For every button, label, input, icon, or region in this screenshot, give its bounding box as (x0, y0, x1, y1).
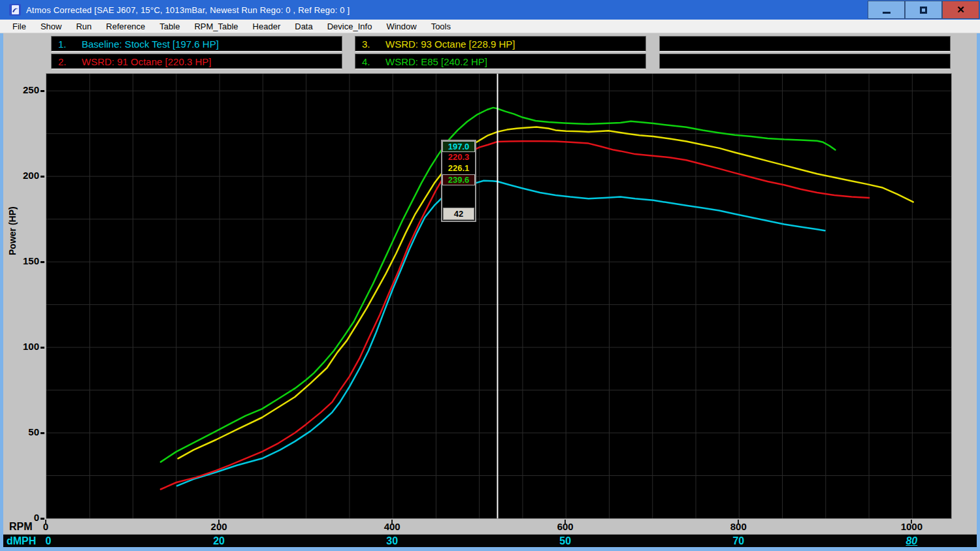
app-window: Atmos Corrected [SAE J607, 15°C, 1013mBa… (0, 0, 980, 551)
power-curve-wsrd-93-octane (178, 127, 913, 459)
legend-run-number: 2. (58, 56, 82, 67)
readout-spacer (442, 185, 475, 207)
y-tick-label: 50 (3, 426, 44, 438)
dmph-tick-label: 20 (199, 535, 238, 547)
legend-empty-2[interactable] (659, 54, 951, 69)
legend-run-label: WSRD: 93 Octane [228.9 HP] (385, 39, 515, 50)
dmph-tick-label: 50 (546, 535, 585, 547)
readout-value-run-4: 239.6 (442, 174, 475, 185)
legend-run-label: WSRD: E85 [240.2 HP] (385, 56, 487, 67)
minimize-button[interactable] (868, 1, 905, 19)
legend-run-4[interactable]: 4.WSRD: E85 [240.2 HP] (355, 54, 646, 69)
cursor-sample-value: 42 (443, 208, 474, 220)
legend-run-2[interactable]: 2.WSRD: 91 Octane [220.3 HP] (51, 54, 342, 69)
x-tick-label: 0 (26, 521, 65, 532)
x-tick-label: 1000 (892, 521, 931, 532)
dmph-tick-label: 0 (29, 535, 68, 547)
y-tick-text: 100 (23, 341, 39, 352)
legend-run-label: WSRD: 91 Octane [220.3 HP] (82, 56, 211, 67)
legend-run-3[interactable]: 3.WSRD: 93 Octane [228.9 HP] (355, 36, 646, 52)
menu-item-header[interactable]: Header (246, 20, 288, 33)
cursor-readout-box: 197.0220.3226.1239.6 42 (441, 140, 476, 222)
menu-item-show[interactable]: Show (33, 20, 69, 33)
x-tick-label: 400 (372, 521, 412, 532)
menu-item-window[interactable]: Window (379, 20, 423, 33)
menu-item-tools[interactable]: Tools (424, 20, 458, 33)
plot-area[interactable]: 197.0220.3226.1239.6 42 (46, 73, 952, 519)
menu-item-rpm_table[interactable]: RPM_Table (187, 20, 245, 33)
dmph-tick-label: 70 (719, 535, 758, 547)
menu-bar: FileShowRunReferenceTableRPM_TableHeader… (0, 20, 980, 33)
y-tick-text: 200 (23, 170, 39, 181)
client-area: 1.Baseline: Stock Test [197.6 HP] 2.WSRD… (0, 33, 980, 551)
y-tick-label: 200 (3, 170, 44, 181)
legend-run-number: 3. (362, 39, 385, 50)
y-tick-text: 150 (23, 255, 39, 266)
legend-run-number: 4. (362, 56, 385, 67)
menu-item-run[interactable]: Run (69, 20, 99, 33)
window-title: Atmos Corrected [SAE J607, 15°C, 1013mBa… (26, 5, 350, 15)
y-tick-mark (41, 176, 44, 178)
y-tick-label: 150 (3, 255, 44, 267)
menu-item-file[interactable]: File (5, 20, 33, 33)
dmph-tick-label: 30 (372, 535, 412, 547)
x-axis-dmph-row: dMPH 02030507080 (3, 534, 977, 547)
y-axis-title: Power (HP) (7, 206, 18, 255)
power-curve-wsrd-91-octane (161, 141, 869, 489)
y-tick-mark (41, 261, 44, 263)
dmph-tick-label: 80 (892, 535, 931, 547)
y-tick-label: 250 (3, 84, 44, 96)
maximize-button[interactable] (905, 1, 942, 19)
y-tick-mark (41, 432, 44, 434)
app-icon (9, 4, 21, 16)
chart-canvas[interactable] (46, 74, 951, 518)
readout-value-run-3: 226.1 (442, 163, 475, 174)
y-tick-text: 50 (28, 426, 39, 437)
menu-item-table[interactable]: Table (152, 20, 187, 33)
legend-empty-1[interactable] (659, 36, 951, 52)
menu-item-reference[interactable]: Reference (99, 20, 152, 33)
y-tick-mark (41, 347, 44, 349)
legend-run-number: 1. (58, 39, 82, 50)
menu-item-data[interactable]: Data (287, 20, 319, 33)
power-curve-baseline-stock-test (177, 181, 825, 486)
readout-value-run-2: 220.3 (442, 152, 475, 163)
y-tick-text: 250 (23, 84, 39, 95)
y-tick-label: 100 (3, 341, 44, 353)
readout-value-run-1: 197.0 (442, 141, 475, 152)
x-tick-label: 600 (546, 521, 585, 532)
legend-run-label: Baseline: Stock Test [197.6 HP] (82, 39, 219, 50)
y-tick-mark (41, 90, 44, 92)
close-button[interactable]: ✕ (942, 1, 979, 19)
legend-run-1[interactable]: 1.Baseline: Stock Test [197.6 HP] (51, 36, 342, 52)
x-tick-label: 200 (199, 521, 238, 532)
title-bar: Atmos Corrected [SAE J607, 15°C, 1013mBa… (0, 0, 980, 20)
x-axis-rpm-row: RPM 02004006008001000 (3, 520, 977, 533)
x-tick-label: 800 (719, 521, 758, 532)
menu-item-device_info[interactable]: Device_Info (320, 20, 380, 33)
